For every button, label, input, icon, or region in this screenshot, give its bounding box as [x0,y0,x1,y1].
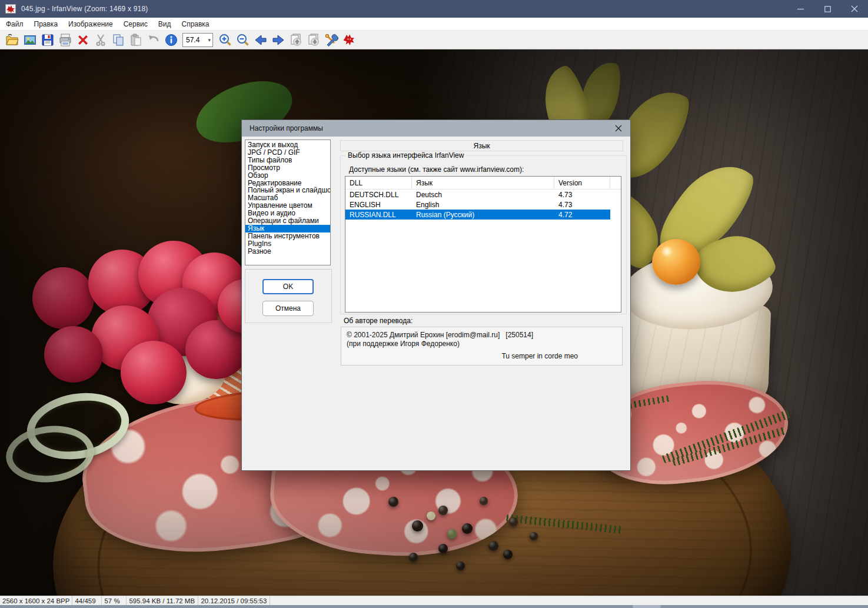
sidebar-item-startup[interactable]: Запуск и выход [245,141,330,149]
zoom-level-input[interactable] [183,36,203,44]
table-row-selected[interactable]: RUSSIAN.DLL Russian (Русский) 4.72 [345,210,621,220]
photo-peppercorn [530,532,538,540]
ok-button[interactable]: OK [262,279,314,294]
photo-grape [121,341,187,404]
save-icon [41,33,55,47]
dialog-close-button[interactable] [607,120,630,137]
chevron-down-icon[interactable]: ▾ [208,37,211,43]
undo-icon [147,33,161,47]
delete-button[interactable] [74,32,92,48]
photo-peppercorn [509,517,518,526]
language-table[interactable]: DLL Язык Version DEUTSCH.DLL Deutsch 4.7… [345,176,621,313]
status-file-index: 44/459 [72,596,102,605]
sidebar-item-file-types[interactable]: Типы файлов [245,157,330,164]
panel-title: Язык [340,140,623,151]
slideshow-button[interactable] [21,32,39,48]
photo-peppercorn [438,544,448,553]
info-button[interactable] [162,32,180,48]
about-translator-box: © 2001-2025 Дмитрий Ерохин [erodim@mail.… [341,327,623,366]
maximize-button[interactable] [814,0,841,18]
paste-button[interactable] [127,32,145,48]
settings-button[interactable] [322,32,340,48]
photo-peppercorn [438,506,448,515]
column-header-language[interactable]: Язык [412,177,554,189]
minimize-icon [797,6,804,12]
open-folder-icon [5,33,19,47]
menu-item-service[interactable]: Сервис [118,20,153,28]
photo-peppercorn [409,553,418,562]
sidebar-item-misc[interactable]: Разное [245,248,330,255]
photo-physalis-fruit [652,239,700,285]
cut-button[interactable] [92,32,109,48]
window-controls [787,0,868,18]
cell-language: Deutsch [412,190,554,200]
undo-button[interactable] [145,32,162,48]
sidebar-item-language[interactable]: Язык [245,225,330,232]
zoom-in-icon [218,33,232,47]
sidebar-item-browsing[interactable]: Обзор [245,172,330,180]
close-icon [851,5,858,12]
close-button[interactable] [841,0,868,18]
about-motto: Tu semper in corde meo [501,352,578,360]
sidebar-item-viewing[interactable]: Просмотр [245,164,330,172]
next-file-button[interactable] [270,32,287,48]
zoom-out-button[interactable] [234,32,252,48]
dialog-title: Настройки программы [250,124,323,132]
sidebar-item-plugins[interactable]: PlugIns [245,240,330,248]
available-languages-label: Доступные языки (см. также сайт www.irfa… [349,165,524,174]
photo-grape [44,326,103,383]
paste-icon [129,33,143,47]
delete-icon [76,33,90,47]
minimize-button[interactable] [787,0,814,18]
photo-peppercorn [456,562,465,570]
photo-peppercorn [462,523,473,534]
close-icon [615,125,622,132]
table-row[interactable]: DEUTSCH.DLL Deutsch 4.73 [345,190,621,200]
save-button[interactable] [39,32,56,48]
image-canvas[interactable]: Настройки программы Запуск и выход JPG /… [0,49,868,596]
plugins-devil-icon [342,33,356,47]
print-icon [58,33,72,47]
menu-item-help[interactable]: Справка [176,20,214,28]
column-header-version[interactable]: Version [554,177,610,189]
cut-icon [94,33,108,47]
menu-item-image[interactable]: Изображение [63,20,118,28]
settings-dialog: Настройки программы Запуск и выход JPG /… [241,119,631,471]
table-row[interactable]: ENGLISH English 4.73 [345,200,621,210]
dialog-title-bar[interactable]: Настройки программы [242,120,630,137]
previous-page-icon [289,33,303,47]
next-page-icon [307,33,321,47]
window-title: 045.jpg - IrfanView (Zoom: 1469 x 918) [21,5,148,13]
groupbox-legend: Выбор языка интерфейса IrfanView [345,151,466,160]
cell-version: 4.73 [554,200,610,210]
copy-button[interactable] [109,32,127,48]
menu-item-view[interactable]: Вид [153,20,177,28]
sidebar-item-jpg-pcd-gif[interactable]: JPG / PCD / GIF [245,149,330,157]
zoom-level-combobox[interactable]: ▾ [182,33,213,47]
cell-version: 4.73 [554,190,610,200]
taskbar-pill [633,605,661,608]
previous-page-button[interactable] [287,32,305,48]
photo-peppercorn [412,520,423,531]
plugins-button[interactable] [340,32,358,48]
previous-file-button[interactable] [252,32,270,48]
print-button[interactable] [56,32,74,48]
photo-peppercorn [480,497,488,505]
settings-tools-icon [324,33,338,47]
photo-peppercorn [503,550,513,559]
zoom-out-icon [236,33,250,47]
sidebar-item-toolbar[interactable]: Панель инструментов [245,232,330,240]
next-page-button[interactable] [305,32,322,48]
open-button[interactable] [4,32,21,48]
status-dimensions: 2560 x 1600 x 24 BPP [0,596,72,605]
cell-dll: RUSSIAN.DLL [345,210,412,220]
cancel-button[interactable]: Отмена [262,301,314,316]
settings-category-list[interactable]: Запуск и выход JPG / PCD / GIF Типы файл… [245,139,331,265]
menu-item-file[interactable]: Файл [0,20,29,28]
photo-grape [32,267,94,329]
slideshow-icon [23,33,37,47]
column-header-dll[interactable]: DLL [345,177,412,189]
photo-peppercorn [388,497,398,507]
zoom-in-button[interactable] [217,32,234,48]
menu-item-edit[interactable]: Правка [29,20,64,28]
